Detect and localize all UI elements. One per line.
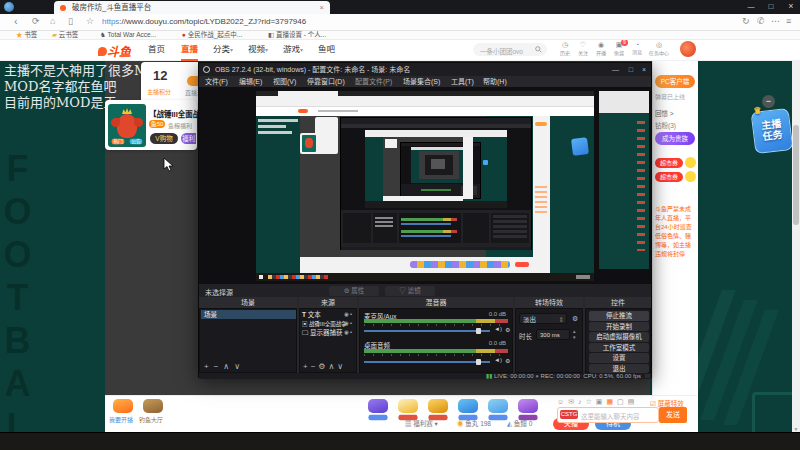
controls-dock-header[interactable]: 控件: [585, 297, 651, 308]
resize-grip[interactable]: [645, 374, 650, 378]
menu-help[interactable]: 帮助(H): [483, 76, 507, 87]
studio-mode-button[interactable]: 工作室模式: [589, 343, 649, 353]
nav-category[interactable]: 分类▾: [213, 39, 233, 60]
exit-button[interactable]: 退出: [589, 364, 649, 374]
task-badge-minimize-button[interactable]: −: [762, 95, 775, 108]
stop-streaming-button[interactable]: 停止推流: [589, 311, 649, 321]
slider-handle[interactable]: [476, 359, 481, 365]
obs-title-bar[interactable]: OBS 27.2.4 (32-bit, windows) - 配置文件: 未命名…: [199, 63, 651, 76]
menu-profile[interactable]: 配置文件(P): [355, 76, 392, 87]
source-game[interactable]: ▣ 战锤III全面战争: [302, 320, 347, 328]
page-scrollbar[interactable]: ▲ ▼: [792, 39, 800, 432]
duration-spinner[interactable]: ▴▾: [573, 328, 576, 340]
scenes-toolbar[interactable]: +−∧∨: [204, 361, 245, 373]
mixer-dock-header[interactable]: 混音器: [359, 297, 513, 308]
header-icon-follow[interactable]: ♡关注: [574, 41, 592, 58]
header-icon-tasks[interactable]: ◎任务中心: [646, 41, 672, 58]
obs-preview-area[interactable]: [199, 87, 651, 284]
welfare-match-label[interactable]: ▦ 福利赛 ▾: [405, 418, 438, 430]
virtual-camera-button[interactable]: 启动虚拟摄像机: [589, 332, 649, 342]
window-minimize-button[interactable]: —: [742, 0, 760, 13]
transition-select[interactable]: 淡出⇕: [519, 313, 567, 324]
user-avatar[interactable]: [680, 41, 696, 57]
menu-edit[interactable]: 编辑(E): [239, 76, 262, 87]
transitions-dock-header[interactable]: 转场特效: [515, 297, 583, 308]
transition-gear-icon[interactable]: ⚙: [572, 315, 578, 323]
header-icon-message[interactable]: ◔消息: [628, 41, 646, 57]
mixer-ch1-slider[interactable]: [364, 330, 490, 332]
sync-icon[interactable]: ↻: [742, 14, 750, 29]
send-button[interactable]: 发送: [659, 407, 687, 423]
nav-yuba[interactable]: 鱼吧: [318, 39, 335, 59]
duration-input[interactable]: 300 ms: [536, 329, 570, 340]
active-tab[interactable]: 破房作坊_斗鱼直播平台 ×: [54, 1, 330, 14]
sources-dock-header[interactable]: 来源: [299, 297, 357, 308]
tab-close-icon[interactable]: ×: [320, 1, 324, 14]
coupon-row-1[interactable]: 超市券: [655, 158, 683, 168]
panel-icon-4[interactable]: ▤: [628, 398, 639, 405]
bookmark-item-5[interactable]: ◧ 直播设置 - 个人...: [268, 31, 326, 39]
header-icon-bag[interactable]: ▣鱼袋9: [610, 41, 628, 58]
noble-button[interactable]: 成为贵族: [655, 132, 695, 145]
activity-icon-2[interactable]: [398, 399, 418, 413]
properties-button[interactable]: ⚙ 属性: [329, 286, 379, 296]
feedback-link[interactable]: 回馈 >: [655, 108, 674, 118]
emoji-icon[interactable]: ☺: [557, 398, 568, 405]
pc-client-button[interactable]: PC客户端: [655, 75, 695, 88]
start-recording-button[interactable]: 开始录制: [589, 322, 649, 332]
sources-toolbar[interactable]: +−⚙∧∨: [303, 361, 346, 373]
scrollbar-thumb[interactable]: [793, 125, 799, 225]
mixer-ch2-slider[interactable]: [364, 361, 490, 363]
search-input[interactable]: 一条小团团ovo: [473, 43, 547, 56]
obs-window[interactable]: OBS 27.2.4 (32-bit, windows) - 配置文件: 未命名…: [198, 62, 652, 378]
mixer-ch2-mute-icon[interactable]: ◄): [494, 357, 502, 363]
panel-icon-3[interactable]: ▢: [617, 398, 628, 405]
reader-icon[interactable]: ▯: [68, 14, 73, 29]
zuanfen-label[interactable]: 钻粉(3): [655, 120, 676, 130]
chat-input-box[interactable]: CSTG 这里能输入聊天内容: [557, 407, 659, 423]
menu-file[interactable]: 文件(F): [205, 76, 228, 87]
vshop-button[interactable]: V购物: [150, 133, 178, 144]
bookmark-item-3[interactable]: ♞ Total War Acce...: [100, 31, 156, 39]
mixer-ch2-gear-icon[interactable]: ⚙: [505, 357, 510, 364]
url-text[interactable]: https://www.douyu.com/topic/LYDB2022_ZJ?…: [102, 14, 306, 30]
nav-home[interactable]: 首页: [148, 39, 165, 59]
obs-close-button[interactable]: ×: [642, 63, 646, 76]
activity-icon-1[interactable]: [368, 399, 388, 413]
activity-icon-5[interactable]: [488, 399, 508, 413]
bookmark-item-2[interactable]: ▰ 云书签: [52, 31, 78, 39]
source-text[interactable]: T 文本: [302, 310, 321, 319]
welfare-button[interactable]: 福利: [181, 133, 196, 144]
fishing-hall-icon[interactable]: [143, 399, 163, 413]
filters-button[interactable]: ▽ 滤镜: [385, 286, 435, 296]
obs-maximize-button[interactable]: □: [629, 63, 633, 76]
window-maximize-button[interactable]: □: [762, 0, 780, 13]
back-icon[interactable]: ‹: [14, 14, 18, 29]
activity-icon-4[interactable]: [458, 399, 478, 413]
activity-icon-6[interactable]: [518, 399, 538, 413]
menu-icon[interactable]: ≡: [786, 14, 791, 29]
scenes-dock-header[interactable]: 场景: [199, 297, 297, 308]
source-eye-lock-column[interactable]: ◉ ▪◉ ▪◉ ▪: [344, 310, 352, 337]
menu-docks[interactable]: 停靠窗口(D): [307, 76, 345, 87]
panel-icon-2-active[interactable]: ▦: [606, 398, 617, 405]
streamer-task-badge[interactable]: ♛ 主播 任务: [751, 108, 794, 154]
douyu-logo[interactable]: 斗鱼: [98, 42, 131, 59]
nav-game[interactable]: 游戏▾: [283, 39, 303, 60]
music-icon[interactable]: ♪: [578, 398, 586, 405]
more-icon[interactable]: ⋯: [771, 14, 780, 29]
panel-icon-1[interactable]: ▣: [596, 398, 607, 405]
menu-view[interactable]: 视图(V): [273, 76, 296, 87]
mixer-ch1-gear-icon[interactable]: ⚙: [505, 326, 510, 333]
refresh-icon[interactable]: ⟳: [32, 14, 40, 29]
mixer-ch1-mute-icon[interactable]: ◄): [494, 326, 502, 332]
bookmark-item-1[interactable]: ★ 书签: [16, 31, 37, 39]
bookmark-star-icon[interactable]: ☆: [86, 14, 94, 29]
header-icon-broadcast[interactable]: ◉开播: [592, 41, 610, 58]
menu-tools[interactable]: 工具(T): [451, 76, 474, 87]
settings-button[interactable]: 设置: [589, 353, 649, 363]
browser-logo-icon[interactable]: [4, 2, 14, 12]
obs-minimize-button[interactable]: —: [612, 63, 619, 76]
slider-handle[interactable]: [476, 328, 481, 334]
scene-item-selected[interactable]: 场景: [201, 310, 296, 319]
